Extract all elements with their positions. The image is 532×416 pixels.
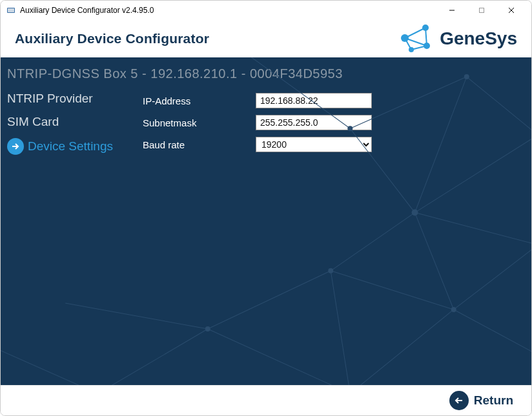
row-subnet: Subnetmask	[143, 112, 525, 133]
svg-line-25	[454, 245, 531, 310]
sidebar: NTRIP Provider SIM Card Device Settings	[7, 90, 143, 156]
svg-point-38	[451, 307, 456, 312]
logo-graph-icon	[397, 24, 435, 54]
window-title: Auxiliary Device Configurator v2.4.95.0	[20, 6, 154, 15]
sidebar-item-sim[interactable]: SIM Card	[7, 114, 143, 130]
app-icon	[6, 5, 16, 15]
svg-point-12	[401, 34, 409, 42]
titlebar: Auxiliary Device Configurator v2.4.95.0	[1, 1, 531, 20]
svg-line-27	[208, 271, 331, 329]
sidebar-item-device-settings[interactable]: Device Settings	[7, 137, 143, 156]
app-title: Auxiliary Device Configurator	[15, 31, 209, 46]
svg-line-21	[415, 213, 531, 245]
svg-line-30	[97, 329, 207, 385]
svg-point-37	[328, 268, 333, 273]
maximize-button[interactable]	[467, 1, 496, 20]
label-ip: IP-Address	[143, 95, 256, 106]
close-button[interactable]	[496, 1, 526, 20]
app-window: Auxiliary Device Configurator v2.4.95.0 …	[0, 0, 532, 416]
window-controls	[437, 1, 526, 20]
settings-form: IP-Address Subnetmask Baud rate 19200	[143, 90, 525, 156]
brand-name: GeneSys	[440, 28, 517, 49]
label-subnet: Subnetmask	[143, 117, 256, 128]
svg-line-33	[350, 310, 453, 385]
svg-line-28	[331, 271, 350, 385]
sidebar-item-label: Device Settings	[28, 139, 113, 154]
label-baud: Baud rate	[143, 139, 256, 150]
svg-line-22	[331, 213, 414, 271]
breadcrumb: NTRIP-DGNSS Box 5 - 192.168.210.1 - 0004…	[1, 57, 531, 86]
svg-line-31	[65, 303, 208, 329]
svg-point-14	[409, 47, 414, 52]
svg-point-13	[424, 43, 430, 49]
svg-point-39	[205, 326, 210, 332]
svg-rect-3	[480, 8, 484, 13]
sidebar-item-ntrip[interactable]: NTRIP Provider	[7, 90, 143, 107]
minimize-button[interactable]	[437, 1, 467, 20]
arrow-left-icon	[449, 391, 469, 410]
subnetmask-input[interactable]	[256, 115, 372, 130]
arrow-right-icon	[7, 138, 24, 155]
footer: Return	[1, 385, 531, 415]
main-panel: NTRIP-DGNSS Box 5 - 192.168.210.1 - 0004…	[1, 57, 531, 385]
return-label: Return	[474, 393, 513, 408]
svg-line-24	[331, 271, 453, 310]
svg-line-26	[454, 310, 531, 355]
return-button[interactable]: Return	[449, 391, 513, 410]
svg-line-32	[1, 342, 97, 385]
content-area: NTRIP Provider SIM Card Device Settings …	[1, 86, 531, 160]
row-baud: Baud rate 19200	[143, 134, 525, 155]
svg-line-23	[415, 213, 454, 310]
svg-rect-1	[8, 8, 14, 12]
brand-logo: GeneSys	[397, 24, 517, 54]
baud-rate-select[interactable]: 19200	[256, 137, 372, 152]
svg-line-29	[208, 329, 351, 385]
svg-point-11	[422, 25, 429, 31]
ip-address-input[interactable]	[256, 93, 372, 108]
row-ip: IP-Address	[143, 90, 525, 111]
app-header: Auxiliary Device Configurator GeneSys	[1, 20, 531, 57]
svg-point-36	[412, 210, 418, 216]
